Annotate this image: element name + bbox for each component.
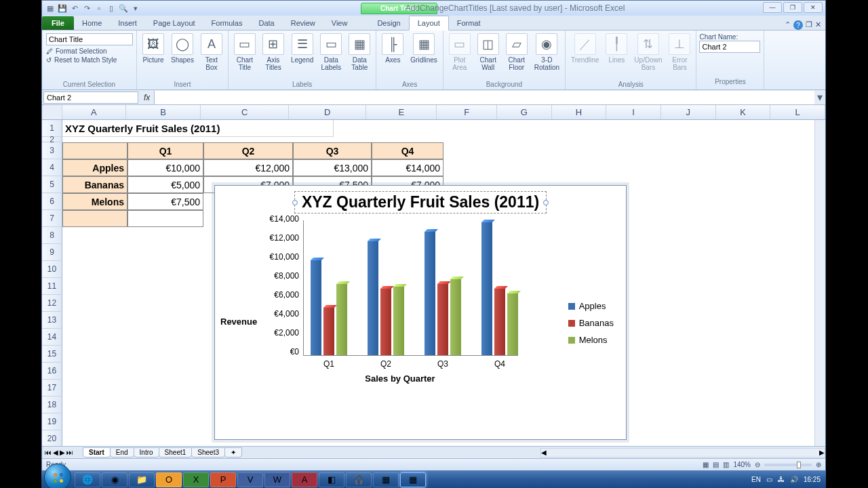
taskbar-chrome-icon[interactable]: ◉ (102, 472, 127, 487)
row-15[interactable]: 15 (42, 346, 62, 363)
col-K[interactable]: K (716, 105, 771, 119)
minimize-ribbon-icon[interactable]: ⌃ (785, 20, 791, 30)
redo-icon[interactable]: ↷ (81, 3, 92, 14)
cell-C4[interactable]: €12,000 (203, 159, 293, 176)
bar-Apples-Q3[interactable] (425, 232, 435, 355)
hscroll-right-icon[interactable]: ▶ (819, 449, 825, 457)
name-box[interactable] (43, 92, 138, 104)
chart-plot-area[interactable]: Q1Q2Q3Q4 (303, 220, 518, 356)
legend-button[interactable]: ☰Legend (288, 32, 316, 65)
tab-layout[interactable]: Layout (409, 16, 449, 30)
cell-A1-title[interactable]: XYZ Quarterly Fruit Sales (2011) (62, 120, 334, 137)
new-sheet-button[interactable]: ✦ (224, 447, 242, 458)
file-tab[interactable]: File (42, 16, 74, 30)
col-F[interactable]: F (437, 105, 497, 119)
row-4[interactable]: 4 (42, 159, 62, 176)
bar-Bananas-Q2[interactable] (380, 289, 391, 355)
row-18[interactable]: 18 (42, 396, 62, 413)
bar-Apples-Q1[interactable] (311, 260, 321, 355)
view-page-break-icon[interactable]: ▥ (723, 461, 729, 468)
bar-Melons-Q3[interactable] (450, 279, 461, 355)
tray-flag-icon[interactable]: ▭ (766, 476, 772, 483)
bar-Melons-Q2[interactable] (393, 287, 404, 355)
row-9[interactable]: 9 (42, 244, 62, 261)
taskbar-explorer-icon[interactable]: 📁 (129, 472, 155, 487)
chart-name-input[interactable] (699, 41, 760, 53)
taskbar-app2-icon[interactable]: 🎧 (346, 472, 372, 487)
sheet-tab-end[interactable]: End (110, 447, 134, 458)
sheet-nav-next-icon[interactable]: ▶ (60, 449, 65, 456)
tab-view[interactable]: View (323, 16, 356, 30)
row-16[interactable]: 16 (42, 363, 62, 380)
col-G[interactable]: G (497, 105, 552, 119)
chart-y-axis-label[interactable]: Revenue (220, 317, 257, 327)
trendline-button[interactable]: ／Trendline (568, 32, 601, 65)
tray-volume-icon[interactable]: 🔊 (790, 476, 798, 483)
window-restore-icon[interactable]: ❐ (806, 20, 812, 30)
row-11[interactable]: 11 (42, 278, 62, 295)
tray-clock[interactable]: 16:25 (804, 476, 821, 483)
select-all-corner[interactable] (42, 105, 62, 119)
bar-Melons-Q4[interactable] (507, 293, 518, 355)
sheet-tab-sheet1[interactable]: Sheet1 (159, 447, 193, 458)
gridlines-button[interactable]: ▦Gridlines (408, 32, 439, 65)
format-selection-button[interactable]: 🖉Format Selection (45, 47, 134, 56)
chart-legend[interactable]: Apples Bananas Melons (568, 301, 614, 352)
row-7[interactable]: 7 (42, 210, 62, 227)
maximize-button[interactable]: ❐ (783, 2, 802, 13)
formula-bar-expand-icon[interactable]: ▾ (814, 91, 825, 104)
row-17[interactable]: 17 (42, 380, 62, 396)
tab-format[interactable]: Format (449, 16, 489, 30)
chart-element-combo[interactable] (46, 33, 133, 45)
tab-data[interactable]: Data (250, 16, 282, 30)
embedded-chart[interactable]: XYZ Quarterly Fruit Sales (2011) Revenue… (214, 185, 627, 440)
zoom-out-icon[interactable]: ⊖ (755, 461, 760, 468)
cell-B3[interactable]: Q1 (127, 142, 203, 159)
save-icon[interactable]: 💾 (57, 3, 68, 14)
bar-Apples-Q4[interactable] (481, 222, 492, 355)
close-button[interactable]: ✕ (804, 2, 823, 13)
data-table-button[interactable]: ▦Data Table (346, 32, 373, 73)
col-A[interactable]: A (62, 105, 126, 119)
tray-network-icon[interactable]: 🖧 (778, 476, 785, 483)
view-normal-icon[interactable]: ▦ (703, 461, 709, 468)
tab-review[interactable]: Review (283, 16, 323, 30)
chart-floor-button[interactable]: ▱Chart Floor (503, 32, 530, 73)
col-E[interactable]: E (366, 105, 437, 119)
col-B[interactable]: B (126, 105, 201, 119)
3d-rotation-button[interactable]: ◉3-D Rotation (532, 32, 562, 73)
taskbar-powerpoint-icon[interactable]: P (210, 472, 236, 487)
qat-more-icon[interactable]: ▾ (130, 3, 141, 14)
taskbar-app3-icon[interactable]: ▦ (373, 472, 399, 487)
window-close-icon[interactable]: ✕ (815, 20, 821, 30)
chart-wall-button[interactable]: ◫Chart Wall (475, 32, 502, 73)
cell-C3[interactable]: Q2 (203, 142, 293, 159)
cell-B7[interactable] (127, 210, 203, 227)
sheet-nav-prev-icon[interactable]: ◀ (53, 449, 58, 456)
taskbar-excel-icon[interactable]: X (183, 472, 209, 487)
view-page-layout-icon[interactable]: ▤ (713, 461, 719, 468)
tab-design[interactable]: Design (369, 16, 408, 30)
start-button[interactable] (44, 464, 71, 489)
cell-B6[interactable]: €7,500 (127, 193, 203, 210)
col-L[interactable]: L (770, 105, 825, 119)
col-I[interactable]: I (606, 105, 661, 119)
taskbar-visio-icon[interactable]: V (237, 472, 263, 487)
cell-B4[interactable]: €10,000 (127, 159, 203, 176)
tab-insert[interactable]: Insert (110, 16, 145, 30)
tab-formulas[interactable]: Formulas (203, 16, 251, 30)
cell-A4[interactable]: Apples (62, 159, 127, 176)
sheet-tab-start[interactable]: Start (83, 447, 111, 458)
row-2[interactable]: 2 (42, 137, 62, 142)
reset-match-style-button[interactable]: ↺Reset to Match Style (45, 56, 134, 64)
updown-bars-button[interactable]: ⇅Up/Down Bars (631, 32, 665, 73)
bar-Bananas-Q3[interactable] (437, 284, 448, 355)
sheet-nav-last-icon[interactable]: ⏭ (66, 449, 73, 456)
chart-title-editable[interactable]: XYZ Quarterly Fruit Sales (2011) (294, 191, 547, 214)
row-19[interactable]: 19 (42, 413, 62, 430)
open-icon[interactable]: ▯ (106, 3, 117, 14)
row-20[interactable]: 20 (42, 430, 62, 446)
cell-A6[interactable]: Melons (62, 193, 127, 210)
cell-D4[interactable]: €13,000 (293, 159, 372, 176)
help-icon[interactable]: ? (793, 20, 803, 30)
